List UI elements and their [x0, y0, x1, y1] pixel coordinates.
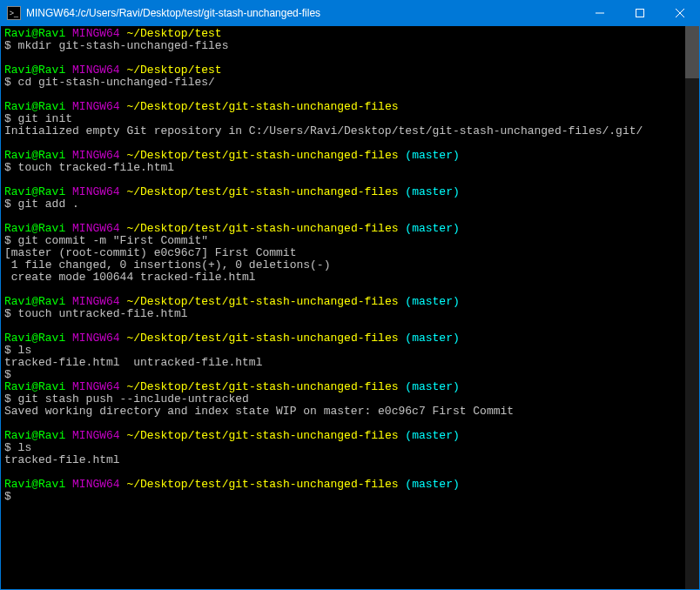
maximize-button[interactable]	[620, 0, 660, 26]
minimize-button[interactable]	[580, 0, 620, 26]
terminal-icon: >_	[7, 6, 21, 20]
window-title: MINGW64:/c/Users/Ravi/Desktop/test/git-s…	[26, 7, 580, 19]
terminal-area: Ravi@Ravi MINGW64 ~/Desktop/test $ mkdir…	[1, 26, 699, 589]
terminal-output[interactable]: Ravi@Ravi MINGW64 ~/Desktop/test $ mkdir…	[1, 26, 699, 589]
scrollbar-thumb[interactable]	[685, 26, 699, 78]
window-titlebar: >_ MINGW64:/c/Users/Ravi/Desktop/test/gi…	[0, 0, 700, 26]
window-controls	[580, 0, 700, 26]
close-icon	[676, 9, 684, 17]
minimize-icon	[596, 9, 604, 17]
scrollbar-track[interactable]	[685, 26, 699, 589]
close-button[interactable]	[660, 0, 700, 26]
maximize-icon	[636, 9, 644, 17]
svg-rect-1	[636, 10, 644, 17]
